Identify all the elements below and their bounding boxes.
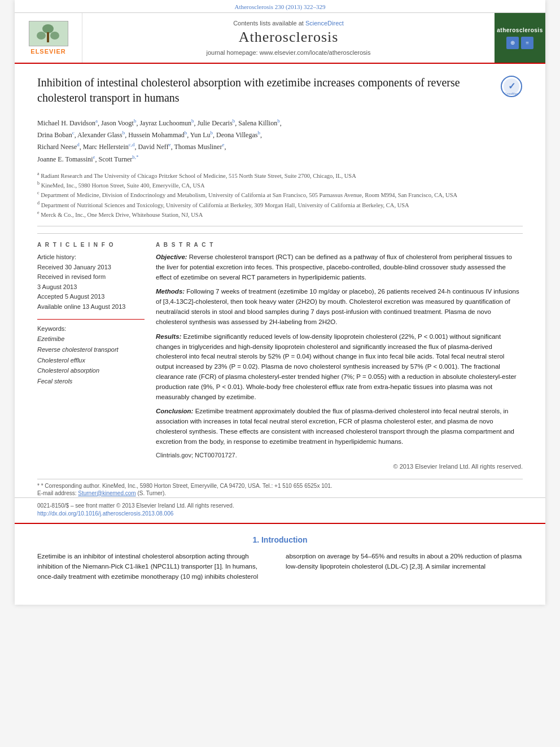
sciencedirect-link[interactable]: ScienceDirect xyxy=(305,20,344,27)
abstract-objective: Objective: Reverse cholesterol transport… xyxy=(156,252,523,282)
available-online: Available online 13 August 2013 xyxy=(37,302,145,312)
journal-reference: Atherosclerosis 230 (2013) 322–329 xyxy=(234,3,325,10)
journal-cover-title: atherosclerosis xyxy=(497,27,542,33)
affiliation-d: d Department of Nutritional Sciences and… xyxy=(37,200,523,209)
svg-point-2 xyxy=(37,32,46,40)
elsevier-tree-logo xyxy=(29,21,68,46)
elsevier-brand-text: ELSEVIER xyxy=(30,48,65,55)
journal-icon-1: ⊕ xyxy=(506,37,519,49)
methods-label: Methods: xyxy=(156,288,185,295)
methods-text: Following 7 weeks of treatment (ezetimib… xyxy=(156,288,519,325)
publisher-logo-section: ELSEVIER xyxy=(15,13,82,63)
abstract-results: Results: Ezetimibe significantly reduced… xyxy=(156,332,523,403)
journal-icons: ⊕ ≡ xyxy=(506,37,533,49)
article-info-column: A R T I C L E I N F O Article history: R… xyxy=(37,242,145,470)
crossmark-badge: ✓ CrossMark xyxy=(500,75,523,98)
corresponding-author-note: * * Corresponding author. KineMed, Inc.,… xyxy=(37,483,523,489)
abstract-column: A B S T R A C T Objective: Reverse chole… xyxy=(156,242,523,470)
received-date: Received 30 January 2013 xyxy=(37,263,145,273)
journal-header: ELSEVIER Contents lists available at Sci… xyxy=(15,13,545,64)
conclusion-text: Ezetimibe treatment approximately double… xyxy=(156,408,514,444)
keyword-rct: Reverse cholesterol transport xyxy=(37,344,145,355)
intro-paragraph: Ezetimibe is an inhibitor of intestinal … xyxy=(37,553,522,580)
author-michael: Michael H. Davidsona, Jason Voogtb, Jayr… xyxy=(37,119,282,127)
abstract-copyright: © 2013 Elsevier Ireland Ltd. All rights … xyxy=(156,463,523,470)
journal-icon-2: ≡ xyxy=(521,37,533,49)
author-richard: Richard Neesed, Marc Hellersteinc,d, Dav… xyxy=(37,143,226,151)
page-wrapper: Atherosclerosis 230 (2013) 322–329 ELSEV… xyxy=(15,0,545,605)
sciencedirect-info: Contents lists available at ScienceDirec… xyxy=(233,20,344,27)
keyword-absorption: Cholesterol absorption xyxy=(37,365,145,376)
journal-main-title: Atherosclerosis xyxy=(239,29,339,46)
affiliation-c: c Department of Medicine, Division of En… xyxy=(37,190,523,199)
license-note: 0021-8150/$ – see front matter © 2013 El… xyxy=(37,503,523,509)
divider-line xyxy=(37,319,145,320)
keyword-ezetimibe: Ezetimibe xyxy=(37,334,145,344)
accepted-date: Accepted 5 August 2013 xyxy=(37,292,145,302)
journal-reference-bar: Atherosclerosis 230 (2013) 322–329 xyxy=(15,0,545,13)
results-text: Ezetimibe significantly reduced levels o… xyxy=(156,333,517,400)
affiliation-e: e Merck & Co., Inc., One Merck Drive, Wh… xyxy=(37,209,523,219)
authors-section: Michael H. Davidsona, Jason Voogtb, Jayr… xyxy=(37,117,523,165)
svg-point-1 xyxy=(42,24,54,33)
doi-link[interactable]: http://dx.doi.org/10.1016/j.atherosclero… xyxy=(37,510,173,517)
affiliation-b: b KineMed, Inc., 5980 Horton Street, Sui… xyxy=(37,180,523,190)
intro-section-title: 1. Introduction xyxy=(37,535,523,544)
introduction-section: 1. Introduction Ezetimibe is an inhibito… xyxy=(15,523,545,588)
article-content: Inhibition of intestinal cholesterol abs… xyxy=(15,64,545,475)
email-label: E-mail address: xyxy=(37,490,76,496)
conclusion-label: Conclusion: xyxy=(156,408,193,414)
corresponding-author-text: * Corresponding author. KineMed, Inc., 5… xyxy=(41,483,333,489)
doi-note: http://dx.doi.org/10.1016/j.atherosclero… xyxy=(37,510,523,517)
received-revised-label: Received in revised form xyxy=(37,272,145,282)
journal-cover-section: atherosclerosis ⊕ ≡ xyxy=(495,13,545,63)
revised-date: 3 August 2013 xyxy=(37,282,145,292)
author-joanne: Joanne E. Tomassinie, Scott Turnerb,* xyxy=(37,155,139,163)
abstract-conclusion: Conclusion: Ezetimibe treatment approxim… xyxy=(156,407,523,447)
objective-text: Reverse cholesterol transport (RCT) can … xyxy=(156,254,512,281)
two-column-layout: A R T I C L E I N F O Article history: R… xyxy=(37,233,523,470)
author-email[interactable]: Sturner@kinemed.com xyxy=(78,490,135,496)
journal-title-center: Contents lists available at ScienceDirec… xyxy=(82,13,495,63)
keyword-fecal: Fecal sterols xyxy=(37,376,145,387)
article-info-label: A R T I C L E I N F O xyxy=(37,242,145,248)
svg-text:CrossMark: CrossMark xyxy=(505,92,519,95)
elsevier-logo: ELSEVIER xyxy=(29,21,68,55)
article-history-block: Article history: Received 30 January 201… xyxy=(37,252,145,312)
svg-point-3 xyxy=(50,32,59,40)
keyword-efflux: Cholesterol efflux xyxy=(37,355,145,366)
author-name-parens: (S. Turner). xyxy=(137,490,166,496)
svg-text:✓: ✓ xyxy=(508,81,515,91)
svg-rect-4 xyxy=(47,32,49,42)
history-label: Article history: xyxy=(37,252,145,263)
objective-label: Objective: xyxy=(156,254,187,260)
keywords-label: Keywords: xyxy=(37,324,145,334)
affiliations-section: a Radiant Research and The University of… xyxy=(37,171,523,226)
results-label: Results: xyxy=(156,333,181,340)
clintrials-info: Clintrials.gov; NCT00701727. xyxy=(156,452,523,458)
paper-title: Inhibition of intestinal cholesterol abs… xyxy=(37,75,492,106)
paper-title-section: Inhibition of intestinal cholesterol abs… xyxy=(37,75,523,110)
journal-homepage: journal homepage: www.elsevier.com/locat… xyxy=(206,49,370,56)
abstract-methods: Methods: Following 7 weeks of treatment … xyxy=(156,287,523,327)
abstract-label: A B S T R A C T xyxy=(156,242,523,248)
article-footer: 0021-8150/$ – see front matter © 2013 El… xyxy=(15,497,545,523)
email-footnote: E-mail address: Sturner@kinemed.com (S. … xyxy=(37,490,523,496)
affiliation-a: a Radiant Research and The University of… xyxy=(37,171,523,180)
footnote-section: * * Corresponding author. KineMed, Inc.,… xyxy=(15,475,545,496)
author-drina: Drina Bobanc, Alexander Glassb, Hussein … xyxy=(37,131,262,139)
sciencedirect-prefix: Contents lists available at xyxy=(233,20,304,27)
intro-text: Ezetimibe is an inhibitor of intestinal … xyxy=(37,551,523,582)
keywords-block: Keywords: Ezetimibe Reverse cholesterol … xyxy=(37,324,145,387)
homepage-text: journal homepage: www.elsevier.com/locat… xyxy=(206,49,370,56)
